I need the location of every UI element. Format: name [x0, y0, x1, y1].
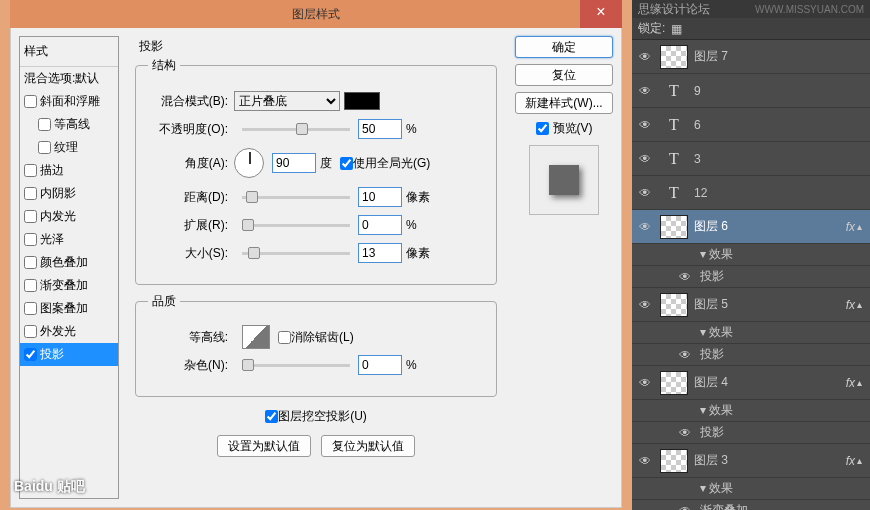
effect-row[interactable]: 👁投影: [632, 344, 870, 366]
visibility-icon[interactable]: 👁: [636, 152, 654, 166]
layer-row[interactable]: 👁图层 5fx▴: [632, 288, 870, 322]
reset-button[interactable]: 复位: [515, 64, 613, 86]
visibility-icon[interactable]: 👁: [676, 426, 694, 440]
spread-input[interactable]: [358, 215, 402, 235]
titlebar[interactable]: 图层样式 ×: [10, 0, 622, 28]
opacity-slider[interactable]: [242, 128, 350, 131]
drop-shadow-check[interactable]: [24, 348, 37, 361]
style-satin[interactable]: 光泽: [20, 228, 118, 251]
style-color-overlay[interactable]: 颜色叠加: [20, 251, 118, 274]
layer-row[interactable]: 👁T12: [632, 176, 870, 210]
lock-icon[interactable]: ▦: [671, 22, 682, 36]
style-stroke[interactable]: 描边: [20, 159, 118, 182]
new-style-button[interactable]: 新建样式(W)...: [515, 92, 613, 114]
contour-check[interactable]: [38, 118, 51, 131]
outer-glow-check[interactable]: [24, 325, 37, 338]
style-contour[interactable]: 等高线: [20, 113, 118, 136]
layer-label: 图层 3: [694, 452, 846, 469]
preview-check[interactable]: [536, 122, 549, 135]
layers-panel: 思缘设计论坛 WWW.MISSYUAN.COM 锁定: ▦ 👁图层 7👁T9👁T…: [632, 0, 870, 510]
effect-row[interactable]: ▾ 效果: [632, 400, 870, 422]
layer-row[interactable]: 👁图层 3fx▴: [632, 444, 870, 478]
layer-thumbnail: [660, 293, 688, 317]
satin-check[interactable]: [24, 233, 37, 246]
color-swatch[interactable]: [344, 92, 380, 110]
text-layer-icon: T: [660, 181, 688, 205]
size-input[interactable]: [358, 243, 402, 263]
color-overlay-check[interactable]: [24, 256, 37, 269]
spread-slider[interactable]: [242, 224, 350, 227]
pattern-overlay-check[interactable]: [24, 302, 37, 315]
size-slider[interactable]: [242, 252, 350, 255]
quality-legend: 品质: [148, 293, 180, 310]
inner-glow-check[interactable]: [24, 210, 37, 223]
layer-row[interactable]: 👁图层 4fx▴: [632, 366, 870, 400]
blend-mode-select[interactable]: 正片叠底: [234, 91, 340, 111]
opacity-input[interactable]: [358, 119, 402, 139]
layer-thumbnail: [660, 449, 688, 473]
style-list: 样式 混合选项:默认 斜面和浮雕 等高线 纹理 描边 内阴影 内发光 光泽 颜色…: [19, 36, 119, 499]
fx-toggle-icon[interactable]: ▴: [857, 299, 862, 310]
visibility-icon[interactable]: 👁: [676, 504, 694, 511]
style-inner-shadow[interactable]: 内阴影: [20, 182, 118, 205]
texture-check[interactable]: [38, 141, 51, 154]
style-bevel[interactable]: 斜面和浮雕: [20, 90, 118, 113]
distance-label: 距离(D):: [148, 189, 228, 206]
style-blend-default[interactable]: 混合选项:默认: [20, 67, 118, 90]
visibility-icon[interactable]: 👁: [636, 84, 654, 98]
style-texture[interactable]: 纹理: [20, 136, 118, 159]
set-default-button[interactable]: 设置为默认值: [217, 435, 311, 457]
angle-input[interactable]: [272, 153, 316, 173]
visibility-icon[interactable]: 👁: [636, 186, 654, 200]
style-drop-shadow[interactable]: 投影: [20, 343, 118, 366]
ok-button[interactable]: 确定: [515, 36, 613, 58]
visibility-icon[interactable]: 👁: [636, 118, 654, 132]
fx-toggle-icon[interactable]: ▴: [857, 221, 862, 232]
fx-toggle-icon[interactable]: ▴: [857, 455, 862, 466]
effect-row[interactable]: ▾ 效果: [632, 478, 870, 500]
inner-shadow-check[interactable]: [24, 187, 37, 200]
style-outer-glow[interactable]: 外发光: [20, 320, 118, 343]
effect-row[interactable]: ▾ 效果: [632, 244, 870, 266]
noise-input[interactable]: [358, 355, 402, 375]
style-gradient-overlay[interactable]: 渐变叠加: [20, 274, 118, 297]
distance-input[interactable]: [358, 187, 402, 207]
layer-row[interactable]: 👁T9: [632, 74, 870, 108]
right-panel: 确定 复位 新建样式(W)... 预览(V): [505, 36, 613, 499]
visibility-icon[interactable]: 👁: [676, 348, 694, 362]
distance-slider[interactable]: [242, 196, 350, 199]
fx-toggle-icon[interactable]: ▴: [857, 377, 862, 388]
style-pattern-overlay[interactable]: 图案叠加: [20, 297, 118, 320]
visibility-icon[interactable]: 👁: [636, 376, 654, 390]
visibility-icon[interactable]: 👁: [636, 50, 654, 64]
layer-row[interactable]: 👁T6: [632, 108, 870, 142]
effect-row[interactable]: 👁投影: [632, 422, 870, 444]
layer-row[interactable]: 👁图层 6fx▴: [632, 210, 870, 244]
noise-slider[interactable]: [242, 364, 350, 367]
visibility-icon[interactable]: 👁: [636, 298, 654, 312]
knockout-check[interactable]: [265, 410, 278, 423]
effect-row[interactable]: ▾ 效果: [632, 322, 870, 344]
layers-head: 思缘设计论坛 WWW.MISSYUAN.COM: [632, 0, 870, 18]
effect-row[interactable]: 👁投影: [632, 266, 870, 288]
lock-row: 锁定: ▦: [632, 18, 870, 40]
style-inner-glow[interactable]: 内发光: [20, 205, 118, 228]
reset-default-button[interactable]: 复位为默认值: [321, 435, 415, 457]
layer-row[interactable]: 👁图层 7: [632, 40, 870, 74]
layer-thumbnail: [660, 371, 688, 395]
stroke-check[interactable]: [24, 164, 37, 177]
bevel-check[interactable]: [24, 95, 37, 108]
angle-dial[interactable]: [234, 148, 264, 178]
effect-row[interactable]: 👁渐变叠加: [632, 500, 870, 510]
gradient-overlay-check[interactable]: [24, 279, 37, 292]
text-layer-icon: T: [660, 147, 688, 171]
close-button[interactable]: ×: [580, 0, 622, 28]
contour-picker[interactable]: [242, 325, 270, 349]
anti-alias-check[interactable]: [278, 331, 291, 344]
layer-row[interactable]: 👁T3: [632, 142, 870, 176]
dialog-body: 样式 混合选项:默认 斜面和浮雕 等高线 纹理 描边 内阴影 内发光 光泽 颜色…: [10, 28, 622, 508]
visibility-icon[interactable]: 👁: [636, 454, 654, 468]
global-light-check[interactable]: [340, 157, 353, 170]
visibility-icon[interactable]: 👁: [676, 270, 694, 284]
visibility-icon[interactable]: 👁: [636, 220, 654, 234]
